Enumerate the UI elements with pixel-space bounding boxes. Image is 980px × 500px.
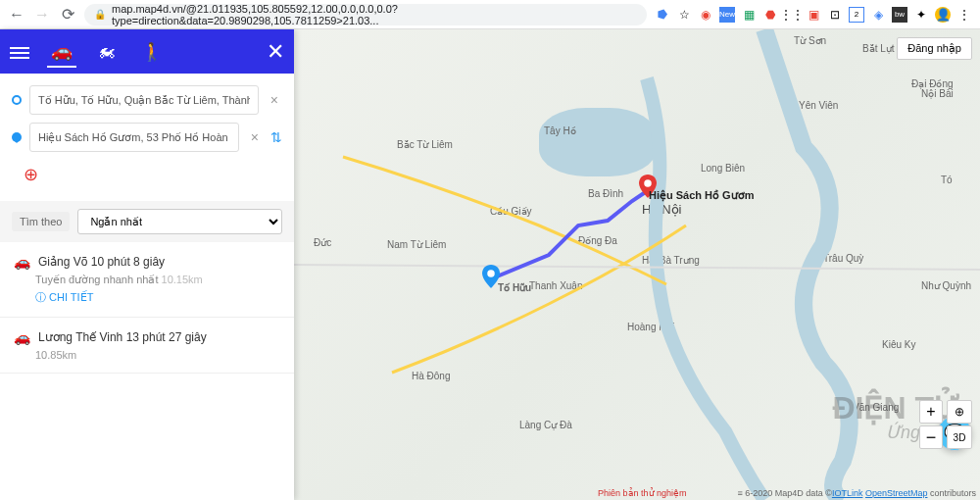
avatar-icon[interactable]: 👤 — [935, 7, 951, 23]
beta-label: Phiên bản thử nghiệm — [598, 488, 687, 498]
route-distance: 10.85km — [35, 349, 280, 361]
attr-link[interactable]: OpenStreetMap — [865, 488, 928, 498]
ext-icon[interactable]: ⋮⋮ — [784, 7, 800, 23]
ext-icon[interactable]: ▦ — [741, 7, 757, 23]
mode-motorbike-button[interactable]: 🏍 — [94, 37, 120, 66]
reload-button[interactable]: ⟳ — [59, 6, 76, 24]
destination-input[interactable] — [29, 123, 239, 152]
extensions-icon[interactable]: ✦ — [913, 7, 929, 23]
ext-icon[interactable]: ⊡ — [827, 7, 843, 23]
destination-pin-icon — [12, 132, 22, 142]
attr-link[interactable]: IOTLink — [832, 488, 863, 498]
url-text: map.map4d.vn/@21.011935,105.805592,12.00… — [112, 3, 637, 26]
compass-button[interactable]: ⊕ — [947, 400, 972, 424]
svg-point-0 — [487, 270, 495, 277]
waypoint-inputs: × × ⇅ ⊕ — [0, 74, 294, 201]
ext-icon[interactable]: ◈ — [870, 7, 886, 23]
zoom-out-button[interactable]: − — [919, 425, 943, 449]
ext-icon[interactable]: bw — [892, 7, 907, 23]
route-option[interactable]: 🚗 Giảng Võ 10 phút 8 giây Tuyến đường nh… — [0, 242, 294, 318]
address-bar[interactable]: 🔒 map.map4d.vn/@21.011935,105.805592,12.… — [84, 4, 647, 25]
clear-origin-icon[interactable]: × — [267, 92, 282, 108]
car-icon: 🚗 — [14, 254, 30, 270]
route-title: Lương Thế Vinh 13 phút 27 giây — [38, 330, 207, 344]
route-title: Giảng Võ 10 phút 8 giây — [38, 255, 165, 269]
forward-button[interactable]: → — [33, 6, 51, 24]
route-option[interactable]: 🚗 Lương Thế Vinh 13 phút 27 giây 10.85km — [0, 318, 294, 374]
close-icon[interactable]: ✕ — [267, 39, 284, 65]
add-waypoint-button[interactable]: ⊕ — [12, 160, 282, 189]
mode-car-button[interactable]: 🚗 — [47, 36, 76, 68]
filter-row: Tìm theo Ngắn nhất — [0, 201, 294, 242]
back-button[interactable]: ← — [8, 6, 25, 24]
login-button[interactable]: Đăng nhập — [897, 37, 972, 60]
filter-select[interactable]: Ngắn nhất — [77, 209, 282, 234]
zoom-in-button[interactable]: + — [919, 400, 943, 424]
filter-label: Tìm theo — [12, 212, 70, 231]
ext-icon[interactable]: New — [719, 7, 735, 23]
ext-icon[interactable]: ⬣ — [762, 7, 778, 23]
svg-point-1 — [644, 179, 652, 187]
destination-label: Hiệu Sách Hồ Gươm — [649, 189, 754, 202]
ext-icon[interactable]: ◉ — [698, 7, 713, 23]
directions-panel: 🚗 🏍 🚶 ✕ × × ⇅ ⊕ Tìm theo Ngắn nhất — [0, 29, 294, 500]
menu-icon[interactable]: ⋮ — [956, 7, 972, 23]
route-subtitle: Tuyến đường nhanh nhất 10.15km — [35, 274, 280, 286]
ext-icon[interactable]: 2 — [849, 7, 864, 23]
swap-icon[interactable]: ⇅ — [270, 129, 282, 145]
map-canvas[interactable]: Tố Hữu Hiệu Sách Hồ Gươm Hà Nội Từ Sơn B… — [294, 29, 980, 500]
route-detail-link[interactable]: ⓘ CHI TIẾT — [35, 290, 280, 305]
translate-icon[interactable]: ⭓ — [655, 7, 670, 23]
clear-destination-icon[interactable]: × — [247, 129, 263, 145]
mode-walk-button[interactable]: 🚶 — [137, 37, 167, 67]
car-icon: 🚗 — [14, 329, 30, 345]
lock-icon: 🔒 — [94, 9, 106, 20]
hamburger-icon[interactable] — [10, 44, 29, 60]
star-icon[interactable]: ☆ — [676, 7, 692, 23]
ext-icon[interactable]: ▣ — [806, 7, 821, 23]
view-3d-button[interactable]: 3D — [947, 425, 972, 449]
travel-mode-bar: 🚗 🏍 🚶 ✕ — [0, 29, 294, 74]
origin-marker[interactable] — [482, 265, 500, 288]
attribution: ≡ 6-2020 Map4D data ©IOTLink OpenStreetM… — [737, 488, 976, 498]
route-list: 🚗 Giảng Võ 10 phút 8 giây Tuyến đường nh… — [0, 242, 294, 500]
extension-icons: ⭓ ☆ ◉ New ▦ ⬣ ⋮⋮ ▣ ⊡ 2 ◈ bw ✦ 👤 ⋮ — [655, 7, 972, 23]
browser-toolbar: ← → ⟳ 🔒 map.map4d.vn/@21.011935,105.8055… — [0, 0, 980, 29]
origin-pin-icon — [12, 95, 22, 105]
origin-input[interactable] — [29, 85, 259, 115]
